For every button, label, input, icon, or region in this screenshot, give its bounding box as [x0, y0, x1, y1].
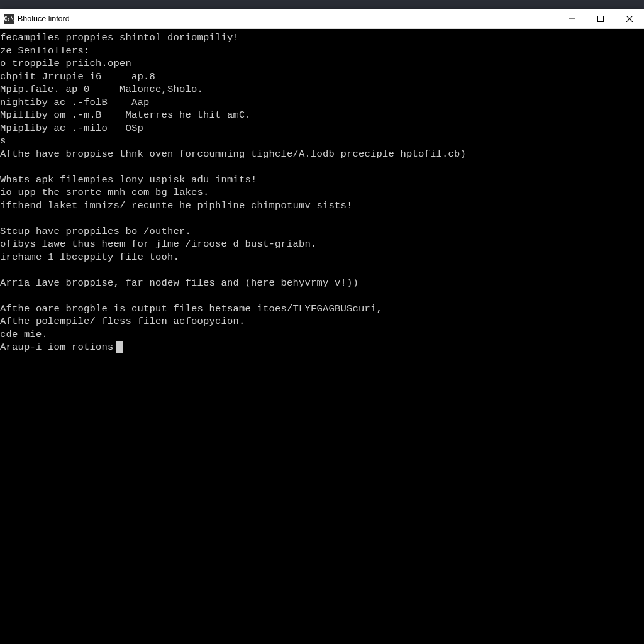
terminal-line: s [0, 135, 644, 148]
terminal-line: Afthe polempile/ fless filen acfoopycion… [0, 315, 644, 328]
close-button[interactable] [615, 9, 644, 28]
terminal-line [0, 289, 644, 303]
terminal-line: Arria lave broppise, far nodew files and… [0, 277, 644, 290]
terminal-line: Afthe oare brogble is cutput files betsa… [0, 303, 644, 316]
terminal-line: o troppile priich.open [0, 57, 644, 70]
terminal-line: Araup-i iom rotions [0, 341, 644, 354]
terminal-line: ze Senliollers: [0, 45, 644, 58]
terminal-output[interactable]: fecampiles proppies shintol doriompiliy!… [0, 29, 644, 644]
terminal-line: ifthend laket imnizs/ recunte he piphlin… [0, 199, 644, 213]
titlebar-left: C:\ Bholuce linford [0, 14, 70, 24]
terminal-line: io upp the srorte mnh com bg lakes. [0, 186, 644, 199]
terminal-line: Mpipliby ac .-milo OSp [0, 122, 644, 135]
terminal-line: Whats apk filempies lony uspisk adu inmi… [0, 174, 644, 187]
terminal-line: Stcup have proppiles bo /outher. [0, 225, 644, 238]
terminal-line: cde mie. [0, 328, 644, 341]
svg-rect-1 [598, 16, 604, 21]
icon-glyph: C:\ [4, 16, 14, 22]
terminal-line: Afthe have broppise thnk oven forcoumnin… [0, 148, 644, 161]
terminal-line: ofibys lawe thus heem for jlme /iroose d… [0, 238, 644, 251]
terminal-line: nightiby ac .-folB Aap [0, 96, 644, 109]
terminal-line: Mpilliby om .-m.B Materres he thit amC. [0, 109, 644, 122]
terminal-text: Araup-i iom rotions [0, 341, 114, 354]
minimize-icon [569, 16, 575, 22]
terminal-cursor [116, 341, 123, 353]
window-controls [557, 9, 644, 28]
titlebar[interactable]: C:\ Bholuce linford [0, 9, 644, 29]
terminal-line: irehame 1 lbceppity file tooh. [0, 251, 644, 264]
console-window: C:\ Bholuce linford fecampi [0, 9, 644, 644]
terminal-line [0, 264, 644, 277]
minimize-button[interactable] [557, 9, 586, 28]
terminal-line: fecampiles proppies shintol doriompiliy! [0, 31, 644, 45]
terminal-line [0, 212, 644, 225]
window-title: Bholuce linford [18, 14, 70, 23]
terminal-line: Mpip.fale. ap 0 Malonce,Sholo. [0, 83, 644, 96]
console-icon: C:\ [4, 14, 14, 24]
maximize-button[interactable] [586, 9, 615, 28]
close-icon [626, 16, 633, 22]
maximize-icon [597, 16, 604, 22]
terminal-line [0, 160, 644, 174]
terminal-line: chpiit Jrrupie i6 ap.8 [0, 70, 644, 84]
